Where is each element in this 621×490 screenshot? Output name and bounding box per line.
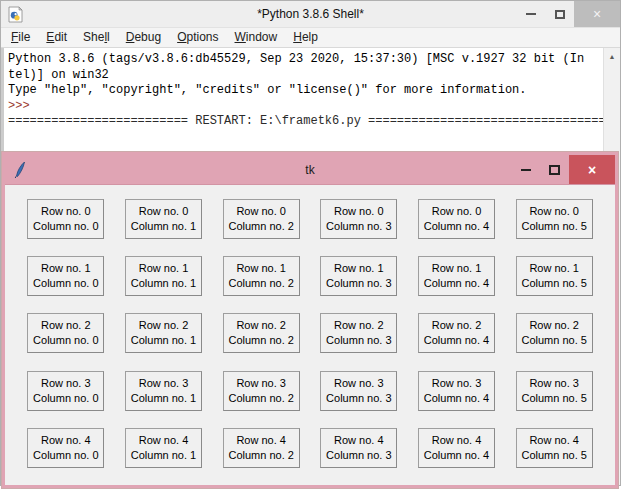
- button-label-row: Row no. 2: [334, 318, 384, 333]
- button-label-column: Column no. 2: [228, 333, 293, 348]
- button-label-column: Column no. 0: [33, 391, 98, 406]
- grid-button-row1-col1[interactable]: Row no. 1Column no. 1: [125, 256, 202, 296]
- grid-button-row4-col0[interactable]: Row no. 4Column no. 0: [27, 428, 104, 468]
- button-label-row: Row no. 4: [432, 433, 482, 448]
- grid-button-row1-col3[interactable]: Row no. 1Column no. 3: [320, 256, 397, 296]
- grid-button-row0-col2[interactable]: Row no. 0Column no. 2: [223, 199, 300, 239]
- button-label-row: Row no. 1: [432, 261, 482, 276]
- grid-button-row3-col2[interactable]: Row no. 3Column no. 2: [223, 371, 300, 411]
- maximize-icon: [555, 10, 565, 19]
- grid-button-row2-col4[interactable]: Row no. 2Column no. 4: [418, 313, 495, 353]
- menu-item-options[interactable]: Options: [169, 29, 226, 46]
- tk-caption-controls: ×: [511, 155, 615, 184]
- button-label-column: Column no. 1: [131, 276, 196, 291]
- grid-button-row0-col1[interactable]: Row no. 0Column no. 1: [125, 199, 202, 239]
- button-label-column: Column no. 5: [521, 219, 586, 234]
- menu-item-help[interactable]: Help: [285, 29, 326, 46]
- menu-item-window[interactable]: Window: [227, 29, 286, 46]
- shell-close-button[interactable]: ×: [574, 1, 620, 27]
- grid-button-row1-col0[interactable]: Row no. 1Column no. 0: [27, 256, 104, 296]
- button-label-row: Row no. 0: [334, 204, 384, 219]
- grid-button-row4-col3[interactable]: Row no. 4Column no. 3: [320, 428, 397, 468]
- grid-button-row3-col0[interactable]: Row no. 3Column no. 0: [27, 371, 104, 411]
- grid-button-row0-col5[interactable]: Row no. 0Column no. 5: [516, 199, 593, 239]
- button-label-column: Column no. 0: [33, 333, 98, 348]
- button-label-column: Column no. 1: [131, 391, 196, 406]
- button-label-row: Row no. 1: [139, 261, 189, 276]
- grid-button-row4-col5[interactable]: Row no. 4Column no. 5: [516, 428, 593, 468]
- button-label-row: Row no. 0: [41, 204, 91, 219]
- shell-line-3: >>>: [8, 99, 603, 115]
- grid-button-row3-col5[interactable]: Row no. 3Column no. 5: [516, 371, 593, 411]
- maximize-icon: [549, 165, 560, 175]
- button-label-row: Row no. 0: [432, 204, 482, 219]
- button-label-row: Row no. 3: [41, 376, 91, 391]
- close-icon: ×: [593, 6, 601, 22]
- button-label-row: Row no. 1: [529, 261, 579, 276]
- button-label-row: Row no. 2: [41, 318, 91, 333]
- close-icon: ×: [588, 162, 596, 178]
- button-label-column: Column no. 1: [131, 448, 196, 463]
- grid-button-row4-col2[interactable]: Row no. 4Column no. 2: [223, 428, 300, 468]
- button-label-row: Row no. 3: [529, 376, 579, 391]
- button-label-row: Row no. 0: [139, 204, 189, 219]
- shell-minimize-button[interactable]: [516, 1, 545, 27]
- button-label-row: Row no. 0: [236, 204, 286, 219]
- scroll-up-button[interactable]: ▲: [604, 48, 620, 65]
- button-label-column: Column no. 2: [228, 391, 293, 406]
- minimize-icon: [526, 13, 536, 15]
- button-label-row: Row no. 0: [529, 204, 579, 219]
- button-label-row: Row no. 2: [139, 318, 189, 333]
- button-label-column: Column no. 3: [326, 276, 391, 291]
- tk-minimize-button[interactable]: [511, 155, 540, 184]
- button-label-row: Row no. 4: [236, 433, 286, 448]
- button-label-column: Column no. 0: [33, 276, 98, 291]
- grid-button-row2-col2[interactable]: Row no. 2Column no. 2: [223, 313, 300, 353]
- tk-maximize-button[interactable]: [540, 155, 569, 184]
- grid-button-row4-col4[interactable]: Row no. 4Column no. 4: [418, 428, 495, 468]
- shell-titlebar[interactable]: *Python 3.8.6 Shell* ×: [1, 1, 620, 28]
- button-label-row: Row no. 2: [432, 318, 482, 333]
- grid-button-row3-col4[interactable]: Row no. 3Column no. 4: [418, 371, 495, 411]
- grid-button-row2-col5[interactable]: Row no. 2Column no. 5: [516, 313, 593, 353]
- grid-button-row0-col4[interactable]: Row no. 0Column no. 4: [418, 199, 495, 239]
- menu-bar: FileEditShellDebugOptionsWindowHelp: [1, 28, 620, 48]
- minimize-icon: [521, 169, 531, 171]
- button-label-column: Column no. 5: [521, 333, 586, 348]
- button-label-column: Column no. 4: [424, 276, 489, 291]
- grid-button-row4-col1[interactable]: Row no. 4Column no. 1: [125, 428, 202, 468]
- menu-item-debug[interactable]: Debug: [118, 29, 169, 46]
- grid-button-row1-col2[interactable]: Row no. 1Column no. 2: [223, 256, 300, 296]
- tk-titlebar[interactable]: tk ×: [5, 155, 615, 185]
- button-label-column: Column no. 1: [131, 333, 196, 348]
- tk-feather-icon: [13, 161, 27, 179]
- grid-button-row0-col0[interactable]: Row no. 0Column no. 0: [27, 199, 104, 239]
- button-label-column: Column no. 2: [228, 276, 293, 291]
- button-label-row: Row no. 3: [139, 376, 189, 391]
- grid-button-row3-col3[interactable]: Row no. 3Column no. 3: [320, 371, 397, 411]
- grid-button-row0-col3[interactable]: Row no. 0Column no. 3: [320, 199, 397, 239]
- button-label-column: Column no. 5: [521, 448, 586, 463]
- menu-item-file[interactable]: File: [3, 29, 38, 46]
- menu-item-edit[interactable]: Edit: [38, 29, 75, 46]
- menu-item-shell[interactable]: Shell: [75, 29, 118, 46]
- grid-button-row1-col5[interactable]: Row no. 1Column no. 5: [516, 256, 593, 296]
- button-label-column: Column no. 4: [424, 333, 489, 348]
- grid-button-row3-col1[interactable]: Row no. 3Column no. 1: [125, 371, 202, 411]
- button-label-column: Column no. 4: [424, 219, 489, 234]
- shell-maximize-button[interactable]: [545, 1, 574, 27]
- grid-button-row1-col4[interactable]: Row no. 1Column no. 4: [418, 256, 495, 296]
- shell-line-0: Python 3.8.6 (tags/v3.8.6:db45529, Sep 2…: [8, 52, 603, 68]
- button-label-row: Row no. 1: [41, 261, 91, 276]
- button-grid: Row no. 0Column no. 0Row no. 0Column no.…: [5, 185, 615, 485]
- grid-button-row2-col1[interactable]: Row no. 2Column no. 1: [125, 313, 202, 353]
- button-label-row: Row no. 3: [236, 376, 286, 391]
- button-label-row: Row no. 4: [334, 433, 384, 448]
- button-label-row: Row no. 2: [236, 318, 286, 333]
- button-label-row: Row no. 4: [41, 433, 91, 448]
- grid-button-row2-col3[interactable]: Row no. 2Column no. 3: [320, 313, 397, 353]
- button-label-column: Column no. 4: [424, 391, 489, 406]
- button-label-column: Column no. 2: [228, 219, 293, 234]
- tk-close-button[interactable]: ×: [569, 155, 615, 184]
- grid-button-row2-col0[interactable]: Row no. 2Column no. 0: [27, 313, 104, 353]
